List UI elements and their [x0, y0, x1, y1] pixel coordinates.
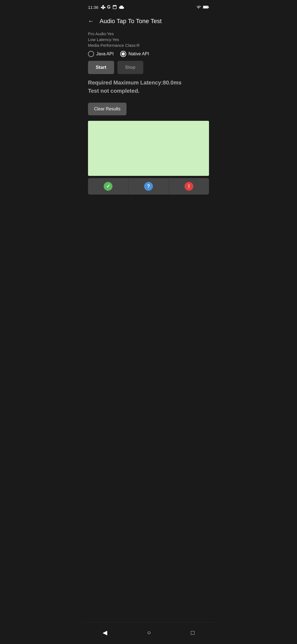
fan-icon: [101, 5, 106, 10]
spacer: [82, 411, 215, 622]
result-text: Required Maximum Latency:80.0ms Test not…: [88, 78, 209, 95]
status-time: 11:36: [88, 5, 98, 10]
result-line2: Test not completed.: [88, 87, 209, 95]
result-line1: Required Maximum Latency:80.0ms: [88, 78, 209, 87]
clear-results-button[interactable]: Clear Results: [88, 103, 127, 115]
native-api-radio-dot: [122, 52, 125, 56]
java-api-label: Java API: [96, 51, 114, 56]
status-pass-button[interactable]: ✓: [88, 178, 128, 195]
pro-audio-info: Pro Audio:Yes: [88, 31, 209, 36]
google-icon: G: [107, 5, 111, 10]
svg-rect-2: [203, 6, 208, 8]
page-title: Audio Tap To Tone Test: [100, 18, 162, 25]
unknown-icon: ?: [144, 182, 153, 191]
api-radio-group: Java API Native API: [88, 51, 209, 57]
action-buttons: Start Stop: [88, 61, 209, 74]
java-api-radio[interactable]: Java API: [88, 51, 114, 57]
java-api-radio-circle: [88, 51, 94, 57]
status-right: [196, 5, 209, 9]
native-api-radio-circle: [120, 51, 126, 57]
stop-button[interactable]: Stop: [117, 61, 143, 74]
status-bar: 11:36 G: [82, 0, 215, 13]
status-bottom-row: ✓ ? !: [88, 178, 209, 195]
low-latency-info: Low Latency:Yes: [88, 37, 209, 42]
status-left: 11:36 G: [88, 5, 124, 10]
status-icons: G: [101, 5, 124, 10]
toolbar: ← Audio Tap To Tone Test: [82, 13, 215, 29]
battery-icon: [203, 5, 209, 9]
fail-icon: !: [185, 182, 193, 191]
result-visualization-area: [88, 121, 209, 176]
status-fail-button[interactable]: !: [169, 178, 209, 195]
nav-back-button[interactable]: ◀: [96, 627, 114, 638]
content-area: Pro Audio:Yes Low Latency:Yes Media Perf…: [82, 29, 215, 411]
media-performance-info: Media Performance Class:R: [88, 43, 209, 48]
cloud-icon: [119, 5, 124, 10]
calendar-icon: [112, 5, 117, 10]
native-api-radio[interactable]: Native API: [120, 51, 149, 57]
nav-recents-button[interactable]: □: [184, 627, 201, 638]
pass-icon: ✓: [104, 182, 112, 191]
status-unknown-button[interactable]: ?: [128, 178, 169, 195]
native-api-label: Native API: [128, 51, 149, 56]
back-button[interactable]: ←: [87, 17, 95, 26]
start-button[interactable]: Start: [88, 61, 114, 74]
nav-home-button[interactable]: ○: [141, 627, 157, 638]
svg-rect-1: [208, 7, 209, 8]
wifi-icon: [196, 5, 201, 9]
nav-bar: ◀ ○ □: [82, 622, 215, 644]
